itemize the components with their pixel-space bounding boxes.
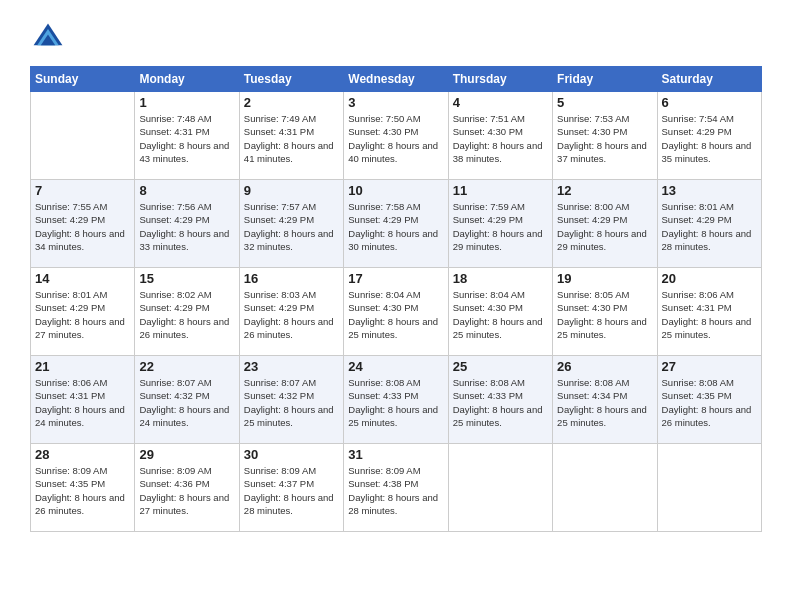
- daylight-label: Daylight: 8 hours and 43 minutes.: [139, 140, 229, 164]
- sunrise-label: Sunrise: 7:54 AM: [662, 113, 734, 124]
- daylight-label: Daylight: 8 hours and 29 minutes.: [453, 228, 543, 252]
- day-of-week-header: Monday: [135, 67, 239, 92]
- day-number: 22: [139, 359, 234, 374]
- daylight-label: Daylight: 8 hours and 25 minutes.: [453, 316, 543, 340]
- calendar-cell: 15Sunrise: 8:02 AMSunset: 4:29 PMDayligh…: [135, 268, 239, 356]
- sunset-label: Sunset: 4:31 PM: [35, 390, 105, 401]
- day-number: 23: [244, 359, 339, 374]
- sunset-label: Sunset: 4:29 PM: [139, 302, 209, 313]
- day-number: 13: [662, 183, 757, 198]
- day-of-week-header: Thursday: [448, 67, 552, 92]
- day-info: Sunrise: 7:58 AMSunset: 4:29 PMDaylight:…: [348, 200, 443, 253]
- sunset-label: Sunset: 4:36 PM: [139, 478, 209, 489]
- daylight-label: Daylight: 8 hours and 34 minutes.: [35, 228, 125, 252]
- calendar-cell: 29Sunrise: 8:09 AMSunset: 4:36 PMDayligh…: [135, 444, 239, 532]
- sunrise-label: Sunrise: 8:08 AM: [557, 377, 629, 388]
- calendar-cell: 31Sunrise: 8:09 AMSunset: 4:38 PMDayligh…: [344, 444, 448, 532]
- sunrise-label: Sunrise: 7:49 AM: [244, 113, 316, 124]
- sunset-label: Sunset: 4:30 PM: [348, 126, 418, 137]
- week-row: 1Sunrise: 7:48 AMSunset: 4:31 PMDaylight…: [31, 92, 762, 180]
- day-info: Sunrise: 7:59 AMSunset: 4:29 PMDaylight:…: [453, 200, 548, 253]
- sunrise-label: Sunrise: 8:07 AM: [139, 377, 211, 388]
- day-of-week-header: Tuesday: [239, 67, 343, 92]
- day-number: 15: [139, 271, 234, 286]
- day-info: Sunrise: 8:03 AMSunset: 4:29 PMDaylight:…: [244, 288, 339, 341]
- day-info: Sunrise: 8:06 AMSunset: 4:31 PMDaylight:…: [35, 376, 130, 429]
- day-number: 24: [348, 359, 443, 374]
- day-info: Sunrise: 7:55 AMSunset: 4:29 PMDaylight:…: [35, 200, 130, 253]
- calendar-cell: 6Sunrise: 7:54 AMSunset: 4:29 PMDaylight…: [657, 92, 761, 180]
- day-info: Sunrise: 7:54 AMSunset: 4:29 PMDaylight:…: [662, 112, 757, 165]
- daylight-label: Daylight: 8 hours and 25 minutes.: [348, 316, 438, 340]
- sunset-label: Sunset: 4:33 PM: [348, 390, 418, 401]
- day-number: 30: [244, 447, 339, 462]
- daylight-label: Daylight: 8 hours and 26 minutes.: [35, 492, 125, 516]
- daylight-label: Daylight: 8 hours and 29 minutes.: [557, 228, 647, 252]
- sunrise-label: Sunrise: 8:01 AM: [35, 289, 107, 300]
- calendar-cell: 13Sunrise: 8:01 AMSunset: 4:29 PMDayligh…: [657, 180, 761, 268]
- calendar-cell: 1Sunrise: 7:48 AMSunset: 4:31 PMDaylight…: [135, 92, 239, 180]
- sunrise-label: Sunrise: 7:55 AM: [35, 201, 107, 212]
- day-info: Sunrise: 8:09 AMSunset: 4:36 PMDaylight:…: [139, 464, 234, 517]
- daylight-label: Daylight: 8 hours and 40 minutes.: [348, 140, 438, 164]
- calendar-cell: 26Sunrise: 8:08 AMSunset: 4:34 PMDayligh…: [553, 356, 657, 444]
- sunrise-label: Sunrise: 8:03 AM: [244, 289, 316, 300]
- sunrise-label: Sunrise: 7:53 AM: [557, 113, 629, 124]
- sunrise-label: Sunrise: 8:09 AM: [35, 465, 107, 476]
- daylight-label: Daylight: 8 hours and 26 minutes.: [139, 316, 229, 340]
- header: [30, 20, 762, 56]
- day-info: Sunrise: 8:04 AMSunset: 4:30 PMDaylight:…: [453, 288, 548, 341]
- day-of-week-header: Wednesday: [344, 67, 448, 92]
- sunset-label: Sunset: 4:30 PM: [557, 126, 627, 137]
- calendar-cell: 5Sunrise: 7:53 AMSunset: 4:30 PMDaylight…: [553, 92, 657, 180]
- calendar-cell: 4Sunrise: 7:51 AMSunset: 4:30 PMDaylight…: [448, 92, 552, 180]
- day-info: Sunrise: 8:08 AMSunset: 4:33 PMDaylight:…: [453, 376, 548, 429]
- day-number: 27: [662, 359, 757, 374]
- sunset-label: Sunset: 4:30 PM: [557, 302, 627, 313]
- sunset-label: Sunset: 4:29 PM: [557, 214, 627, 225]
- sunrise-label: Sunrise: 8:09 AM: [244, 465, 316, 476]
- calendar-cell: 17Sunrise: 8:04 AMSunset: 4:30 PMDayligh…: [344, 268, 448, 356]
- daylight-label: Daylight: 8 hours and 32 minutes.: [244, 228, 334, 252]
- day-number: 21: [35, 359, 130, 374]
- calendar-cell: 22Sunrise: 8:07 AMSunset: 4:32 PMDayligh…: [135, 356, 239, 444]
- calendar-cell: [448, 444, 552, 532]
- calendar-cell: [553, 444, 657, 532]
- calendar-cell: 9Sunrise: 7:57 AMSunset: 4:29 PMDaylight…: [239, 180, 343, 268]
- daylight-label: Daylight: 8 hours and 27 minutes.: [35, 316, 125, 340]
- daylight-label: Daylight: 8 hours and 25 minutes.: [662, 316, 752, 340]
- day-info: Sunrise: 8:08 AMSunset: 4:34 PMDaylight:…: [557, 376, 652, 429]
- day-info: Sunrise: 7:53 AMSunset: 4:30 PMDaylight:…: [557, 112, 652, 165]
- calendar-cell: 27Sunrise: 8:08 AMSunset: 4:35 PMDayligh…: [657, 356, 761, 444]
- day-info: Sunrise: 8:04 AMSunset: 4:30 PMDaylight:…: [348, 288, 443, 341]
- sunrise-label: Sunrise: 8:04 AM: [453, 289, 525, 300]
- day-number: 2: [244, 95, 339, 110]
- calendar-cell: 14Sunrise: 8:01 AMSunset: 4:29 PMDayligh…: [31, 268, 135, 356]
- day-of-week-header: Saturday: [657, 67, 761, 92]
- daylight-label: Daylight: 8 hours and 26 minutes.: [244, 316, 334, 340]
- calendar-cell: 7Sunrise: 7:55 AMSunset: 4:29 PMDaylight…: [31, 180, 135, 268]
- daylight-label: Daylight: 8 hours and 25 minutes.: [453, 404, 543, 428]
- day-number: 1: [139, 95, 234, 110]
- daylight-label: Daylight: 8 hours and 24 minutes.: [139, 404, 229, 428]
- day-number: 3: [348, 95, 443, 110]
- sunrise-label: Sunrise: 7:48 AM: [139, 113, 211, 124]
- day-of-week-header: Friday: [553, 67, 657, 92]
- daylight-label: Daylight: 8 hours and 30 minutes.: [348, 228, 438, 252]
- day-number: 31: [348, 447, 443, 462]
- calendar-cell: 30Sunrise: 8:09 AMSunset: 4:37 PMDayligh…: [239, 444, 343, 532]
- daylight-label: Daylight: 8 hours and 25 minutes.: [348, 404, 438, 428]
- daylight-label: Daylight: 8 hours and 24 minutes.: [35, 404, 125, 428]
- sunset-label: Sunset: 4:29 PM: [139, 214, 209, 225]
- day-info: Sunrise: 8:00 AMSunset: 4:29 PMDaylight:…: [557, 200, 652, 253]
- sunset-label: Sunset: 4:32 PM: [244, 390, 314, 401]
- day-number: 16: [244, 271, 339, 286]
- sunrise-label: Sunrise: 7:56 AM: [139, 201, 211, 212]
- sunset-label: Sunset: 4:32 PM: [139, 390, 209, 401]
- sunset-label: Sunset: 4:38 PM: [348, 478, 418, 489]
- sunset-label: Sunset: 4:29 PM: [244, 214, 314, 225]
- calendar-cell: 12Sunrise: 8:00 AMSunset: 4:29 PMDayligh…: [553, 180, 657, 268]
- sunrise-label: Sunrise: 7:57 AM: [244, 201, 316, 212]
- calendar-cell: 28Sunrise: 8:09 AMSunset: 4:35 PMDayligh…: [31, 444, 135, 532]
- sunrise-label: Sunrise: 8:06 AM: [35, 377, 107, 388]
